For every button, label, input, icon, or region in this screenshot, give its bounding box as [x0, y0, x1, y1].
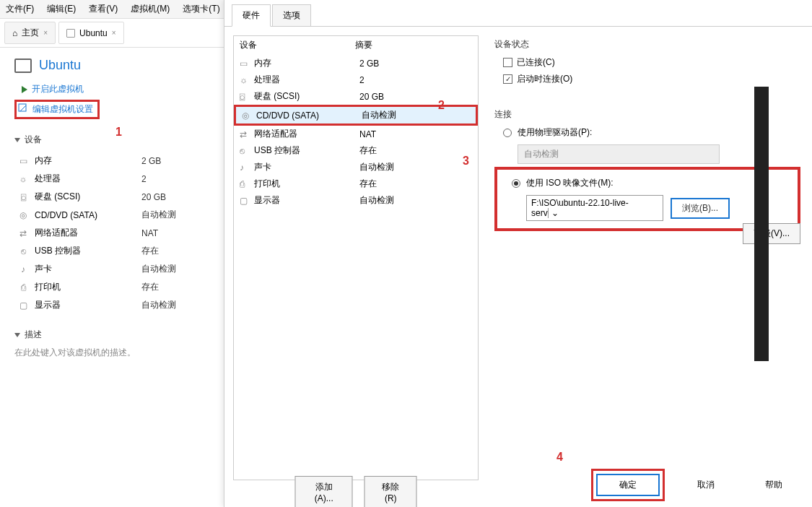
hw-row-network[interactable]: ⇄网络适配器NAT	[234, 126, 478, 142]
connect-at-start-checkbox-row[interactable]: ✓ 启动时连接(O)	[494, 73, 800, 85]
use-iso-radio-row[interactable]: 使用 ISO 映像文件(M):	[503, 177, 792, 189]
annotation-1: 1	[115, 126, 122, 139]
chevron-down-icon	[14, 138, 20, 142]
usb-icon: ⎋	[240, 146, 250, 156]
printer-icon: ⎙	[240, 179, 250, 189]
hw-row-sound[interactable]: ♪声卡自动检测	[234, 159, 478, 176]
doc-icon	[66, 29, 75, 38]
device-row-printer[interactable]: ⎙打印机存在	[17, 278, 209, 296]
disc-icon: ◎	[242, 110, 252, 121]
hw-row-usb[interactable]: ⎋USB 控制器存在	[234, 142, 478, 159]
desc-header-label: 描述	[25, 329, 42, 341]
checkbox-unchecked[interactable]	[503, 58, 512, 67]
play-icon	[22, 86, 27, 93]
tab-label: Ubuntu	[79, 28, 108, 38]
home-icon: ⌂	[12, 28, 17, 38]
cpu-icon: ☼	[240, 75, 250, 85]
device-row-cddvd[interactable]: ◎CD/DVD (SATA)自动检测	[17, 206, 209, 224]
cancel-button[interactable]: 取消	[679, 474, 733, 495]
dialog-tabs: 硬件 选项	[224, 0, 812, 27]
browse-button[interactable]: 浏览(B)...	[671, 198, 730, 219]
start-vm-link[interactable]: 开启此虚拟机	[14, 83, 209, 95]
device-row-usb[interactable]: ⎋USB 控制器存在	[17, 242, 209, 260]
ok-highlight: 确定	[591, 469, 665, 501]
iso-path-input[interactable]: F:\ISO\ubuntu-22.10-live-serv⌄	[526, 195, 663, 221]
disc-icon: ◎	[17, 211, 29, 220]
tab-options[interactable]: 选项	[272, 4, 311, 26]
device-row-network[interactable]: ⇄网络适配器NAT	[17, 224, 209, 242]
use-physical-label: 使用物理驱动器(P):	[518, 126, 592, 139]
edit-vm-settings-link[interactable]: 编辑虚拟机设置	[18, 103, 93, 116]
start-vm-label: 开启此虚拟机	[32, 83, 84, 95]
vm-panel: Ubuntu 开启此虚拟机 编辑虚拟机设置 1 设备 ▭内存2 GB ☼处理器2…	[0, 51, 224, 366]
devices-section-header[interactable]: 设备	[14, 134, 209, 146]
device-row-disk[interactable]: ⌼硬盘 (SCSI)20 GB	[17, 188, 209, 206]
devices-header-label: 设备	[25, 134, 42, 146]
radio-unchecked[interactable]	[503, 129, 512, 137]
connect-at-start-label: 启动时连接(O)	[517, 73, 572, 85]
menu-file[interactable]: 文件(F)	[6, 3, 34, 15]
edit-icon	[18, 103, 28, 116]
svg-rect-0	[19, 104, 26, 111]
device-list: ▭内存2 GB ☼处理器2 ⌼硬盘 (SCSI)20 GB ◎CD/DVD (S…	[14, 152, 209, 314]
hw-row-printer[interactable]: ⎙打印机存在	[234, 176, 478, 192]
chevron-down-icon	[14, 333, 20, 337]
device-status-label: 设备状态	[494, 38, 800, 51]
menu-tabs[interactable]: 选项卡(T)	[183, 3, 219, 15]
hw-row-cpu[interactable]: ☼处理器2	[234, 72, 478, 88]
use-iso-label: 使用 ISO 映像文件(M):	[526, 177, 614, 189]
dialog-footer: 确定 取消 帮助	[591, 469, 800, 501]
menu-edit[interactable]: 编辑(E)	[47, 3, 76, 15]
vm-title: Ubuntu	[39, 58, 81, 73]
col-device: 设备	[240, 39, 355, 51]
close-icon[interactable]: ×	[112, 29, 116, 37]
description-placeholder[interactable]: 在此处键入对该虚拟机的描述。	[14, 347, 209, 359]
advanced-button[interactable]: 高级(V)...	[743, 223, 800, 244]
description-section-header[interactable]: 描述	[14, 329, 209, 341]
disk-icon: ⌼	[17, 193, 29, 202]
device-row-cpu[interactable]: ☼处理器2	[17, 170, 209, 188]
device-row-sound[interactable]: ♪声卡自动检测	[17, 260, 209, 278]
checkbox-checked[interactable]: ✓	[503, 74, 512, 84]
ok-button[interactable]: 确定	[596, 474, 660, 496]
physical-drive-select: 自动检测	[518, 144, 720, 164]
menu-vm[interactable]: 虚拟机(M)	[131, 3, 170, 15]
hw-header: 设备 摘要	[234, 36, 478, 55]
edit-vm-label: 编辑虚拟机设置	[32, 103, 93, 116]
printer-icon: ⎙	[17, 283, 29, 292]
add-button[interactable]: 添加(A)...	[295, 476, 353, 507]
network-icon: ⇄	[17, 229, 29, 238]
network-icon: ⇄	[240, 129, 250, 139]
display-icon: ▢	[17, 301, 29, 310]
annotation-2: 2	[438, 99, 445, 112]
col-summary: 摘要	[355, 39, 472, 51]
close-icon[interactable]: ×	[43, 29, 48, 37]
vm-settings-dialog: 硬件 选项 设备 摘要 ▭内存2 GB ☼处理器2 ⌼硬盘 (SCSI)20 G…	[224, 0, 812, 507]
disk-icon: ⌼	[240, 92, 250, 102]
annotation-4: 4	[556, 451, 563, 464]
sound-icon: ♪	[17, 265, 29, 274]
sound-icon: ♪	[240, 162, 250, 173]
device-row-display[interactable]: ▢显示器自动检测	[17, 296, 209, 314]
hw-row-display[interactable]: ▢显示器自动检测	[234, 192, 478, 209]
tab-home[interactable]: ⌂ 主页 ×	[4, 22, 56, 44]
tab-label: 主页	[22, 27, 39, 39]
edit-vm-highlight: 编辑虚拟机设置	[14, 100, 100, 119]
device-row-memory[interactable]: ▭内存2 GB	[17, 152, 209, 170]
help-button[interactable]: 帮助	[747, 474, 800, 495]
tab-ubuntu[interactable]: Ubuntu ×	[58, 22, 124, 44]
background-dark-strip	[754, 87, 769, 361]
menu-view[interactable]: 查看(V)	[89, 3, 118, 15]
remove-button[interactable]: 移除(R)	[364, 476, 417, 507]
annotation-3: 3	[463, 155, 469, 168]
display-icon: ▢	[240, 196, 250, 206]
radio-checked[interactable]	[512, 179, 520, 188]
cpu-icon: ☼	[17, 175, 29, 183]
dropdown-icon[interactable]: ⌄	[548, 208, 562, 218]
hw-row-memory[interactable]: ▭内存2 GB	[234, 55, 478, 72]
tab-hardware[interactable]: 硬件	[232, 4, 271, 27]
memory-icon: ▭	[17, 157, 29, 165]
connected-label: 已连接(C)	[517, 56, 555, 69]
connected-checkbox-row[interactable]: 已连接(C)	[494, 56, 800, 69]
folder-icon	[14, 58, 32, 73]
